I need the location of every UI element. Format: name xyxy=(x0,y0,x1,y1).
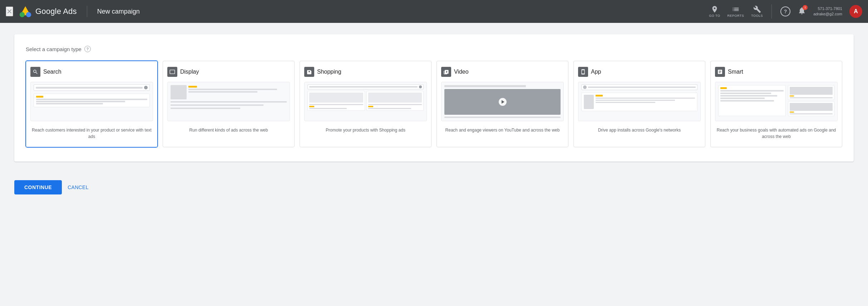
brand-name: Google Ads xyxy=(35,7,77,16)
svg-point-1 xyxy=(26,12,31,17)
app-preview xyxy=(578,82,701,121)
header-divider xyxy=(87,6,87,17)
header-icon-separator xyxy=(771,4,772,19)
video-card-label: Video xyxy=(454,69,469,75)
shopping-type-icon xyxy=(304,67,314,77)
goto-icon xyxy=(711,5,719,13)
header: ✕ Google Ads New campaign GO TO REPORTS xyxy=(0,0,868,23)
card-header-video: Video xyxy=(441,67,469,77)
card-header-smart: Smart xyxy=(715,67,743,77)
user-info[interactable]: 571-371-7801 adrake@g2.com xyxy=(813,6,842,17)
main-content: Select a campaign type ? Search xyxy=(0,23,868,173)
campaign-type-card: Select a campaign type ? Search xyxy=(14,34,854,162)
campaign-card-search[interactable]: Search xyxy=(26,61,158,147)
card-header-search: Search xyxy=(30,67,61,77)
user-phone: 571-371-7801 xyxy=(818,6,842,11)
cancel-button[interactable]: CANCEL xyxy=(68,184,89,190)
continue-button[interactable]: CONTINUE xyxy=(14,180,62,194)
close-button[interactable]: ✕ xyxy=(6,6,13,16)
video-type-icon xyxy=(441,67,451,77)
video-card-description: Reach and engage viewers on YouTube and … xyxy=(445,127,560,133)
campaign-types-grid: Search xyxy=(26,61,842,147)
video-preview xyxy=(441,82,564,121)
avatar[interactable]: A xyxy=(849,5,862,18)
notification-button[interactable]: ! xyxy=(798,6,806,16)
section-title: Select a campaign type ? xyxy=(26,46,842,52)
reports-label: REPORTS xyxy=(727,14,744,18)
campaign-card-smart[interactable]: Smart xyxy=(710,61,842,147)
search-type-icon xyxy=(30,67,40,77)
campaign-card-display[interactable]: Display xyxy=(163,61,295,147)
search-card-description: Reach customers interested in your produ… xyxy=(30,127,153,140)
help-button[interactable]: ? xyxy=(780,6,790,16)
svg-point-2 xyxy=(20,12,25,17)
reports-icon xyxy=(732,5,740,13)
app-card-label: App xyxy=(591,69,601,75)
campaign-card-app[interactable]: App xyxy=(573,61,705,147)
smart-card-label: Smart xyxy=(728,69,743,75)
notification-badge: ! xyxy=(803,5,808,10)
display-preview xyxy=(167,82,290,121)
smart-card-description: Reach your business goals with automated… xyxy=(715,127,838,140)
search-preview xyxy=(30,82,153,121)
app-type-icon xyxy=(578,67,588,77)
header-logo: Google Ads xyxy=(19,5,77,18)
reports-button[interactable]: REPORTS xyxy=(727,5,744,18)
display-type-icon xyxy=(167,67,177,77)
campaign-card-video[interactable]: Video Reach and engage viewers on YouTub… xyxy=(437,61,568,147)
card-header-display: Display xyxy=(167,67,199,77)
shopping-card-label: Shopping xyxy=(317,69,341,75)
user-email: adrake@g2.com xyxy=(813,11,842,17)
smart-preview xyxy=(715,82,838,121)
tools-icon xyxy=(753,5,761,13)
card-header-shopping: Shopping xyxy=(304,67,341,77)
card-header-app: App xyxy=(578,67,601,77)
goto-button[interactable]: GO TO xyxy=(709,5,720,18)
tools-label: TOOLS xyxy=(751,14,763,18)
campaign-card-shopping[interactable]: Shopping xyxy=(300,61,431,147)
tools-button[interactable]: TOOLS xyxy=(751,5,763,18)
smart-type-icon xyxy=(715,67,725,77)
section-title-text: Select a campaign type xyxy=(26,46,82,52)
display-card-description: Run different kinds of ads across the we… xyxy=(189,127,268,133)
header-title: New campaign xyxy=(97,8,140,15)
shopping-card-description: Promote your products with Shopping ads xyxy=(326,127,405,133)
goto-label: GO TO xyxy=(709,14,720,18)
footer: CONTINUE CANCEL xyxy=(0,173,868,202)
section-help-icon[interactable]: ? xyxy=(84,46,91,52)
header-actions: GO TO REPORTS TOOLS ? ! 571-371-7801 adr… xyxy=(709,4,862,19)
app-card-description: Drive app installs across Google's netwo… xyxy=(598,127,681,133)
google-ads-logo-icon xyxy=(19,5,32,18)
display-card-label: Display xyxy=(180,69,199,75)
shopping-preview xyxy=(304,82,427,121)
search-card-label: Search xyxy=(43,69,61,75)
